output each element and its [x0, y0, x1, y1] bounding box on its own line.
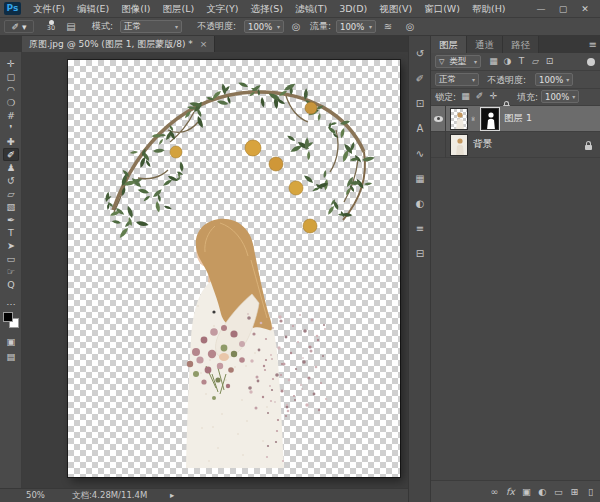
clone-stamp-tool[interactable]: ♟ [3, 161, 19, 174]
layer-blend-mode-select[interactable]: 正常 ▾ [435, 73, 479, 86]
menu-edit[interactable]: 编辑(E) [71, 0, 115, 18]
lock-image-icon[interactable]: ✐ [473, 90, 486, 103]
eyedropper-tool[interactable]: ❜ [3, 122, 19, 135]
menu-select[interactable]: 选择(S) [244, 0, 288, 18]
new-layer-icon[interactable]: ⊞ [567, 484, 582, 499]
brush-tool[interactable]: ✐ [3, 148, 19, 161]
path-selection-tool[interactable]: ➤ [3, 239, 19, 252]
hand-tool[interactable]: ☞ [3, 265, 19, 278]
lock-transparent-icon[interactable]: ▦ [459, 90, 472, 103]
info-panel-icon[interactable]: ⊟ [411, 246, 429, 262]
filter-pixel-layers-icon[interactable]: ▦ [487, 55, 500, 68]
menu-layer[interactable]: 图层(L) [157, 0, 201, 18]
lasso-tool[interactable]: ◠ [3, 83, 19, 96]
filter-kind-select[interactable]: ▽ 类型 ▾ [435, 55, 481, 68]
close-button[interactable]: ✕ [574, 0, 596, 18]
marquee-tool[interactable]: ▢ [3, 70, 19, 83]
crop-tool[interactable]: # [3, 109, 19, 122]
layer-filter-toggle[interactable] [587, 58, 595, 66]
type-tool[interactable]: T [3, 226, 19, 239]
maximize-button[interactable]: ▢ [552, 0, 574, 18]
layer-name[interactable]: 背景 [473, 138, 492, 151]
flow-select[interactable]: 100% ▾ [336, 20, 376, 33]
healing-brush-tool[interactable]: ✚ [3, 135, 19, 148]
move-tool[interactable]: ✛ [3, 57, 19, 70]
tab-paths[interactable]: 路径 [503, 36, 539, 53]
new-group-icon[interactable]: ▭ [551, 484, 566, 499]
canvas[interactable] [68, 60, 400, 477]
filter-adjustment-layers-icon[interactable]: ◑ [501, 55, 514, 68]
curves-panel-icon[interactable]: ∿ [411, 146, 429, 162]
airbrush-icon[interactable]: ≋ [381, 18, 395, 35]
mask-link-icon[interactable]: ∞ [469, 114, 477, 123]
screen-mode-icon[interactable]: ▤ [3, 350, 19, 363]
menu-file[interactable]: 文件(F) [27, 0, 71, 18]
new-adjustment-layer-icon[interactable]: ◐ [535, 484, 550, 499]
character-panel-icon[interactable]: A [411, 121, 429, 137]
visibility-toggle[interactable] [431, 132, 446, 158]
menu-help[interactable]: 帮助(H) [466, 0, 512, 18]
clone-source-panel-icon[interactable]: ⊡ [411, 96, 429, 112]
lace-dot [212, 426, 214, 428]
panel-menu-icon[interactable]: ≡ [589, 36, 597, 53]
delete-layer-icon[interactable]: ▯ [583, 484, 598, 499]
blend-mode-select[interactable]: 正常 ▾ [120, 20, 182, 33]
layer-name[interactable]: 图层 1 [504, 112, 532, 125]
background-thumbnail[interactable] [450, 134, 468, 156]
particle [285, 336, 288, 339]
menu-filter[interactable]: 滤镜(T) [289, 0, 333, 18]
pressure-size-icon[interactable]: ◎ [403, 18, 417, 35]
brush-size-picker[interactable]: 30 [42, 19, 60, 35]
quick-mask-icon[interactable]: ▣ [3, 335, 19, 348]
particle [323, 324, 325, 326]
particle [320, 382, 322, 384]
pen-tool[interactable]: ✒ [3, 213, 19, 226]
edit-toolbar-icon[interactable]: … [3, 295, 19, 308]
fill-panel-icon[interactable]: ◐ [411, 196, 429, 212]
quick-selection-tool[interactable]: ❍ [3, 96, 19, 109]
layer-opacity-select[interactable]: 100% ▾ [535, 73, 573, 86]
menu-window[interactable]: 窗口(W) [418, 0, 466, 18]
menu-view[interactable]: 视图(V) [373, 0, 418, 18]
tab-layers[interactable]: 图层 [431, 36, 467, 53]
particle [269, 385, 271, 387]
gradient-tool[interactable]: ▧ [3, 200, 19, 213]
layer-style-icon[interactable]: fx [503, 484, 518, 499]
leaf [287, 134, 295, 143]
layer-filter-row: ▽ 类型 ▾ ▦ ◑ T ▱ ⊡ [431, 53, 600, 71]
status-expand-icon[interactable]: ▸ [170, 489, 174, 502]
zoom-level[interactable]: 50% [26, 489, 45, 502]
layer-row-layer1[interactable]: ∞ 图层 1 [431, 106, 600, 132]
menu-image[interactable]: 图像(I) [115, 0, 156, 18]
filter-shape-layers-icon[interactable]: ▱ [529, 55, 542, 68]
adjustments-panel-icon[interactable]: ▦ [411, 171, 429, 187]
shape-tool[interactable]: ▭ [3, 252, 19, 265]
eraser-tool[interactable]: ▱ [3, 187, 19, 200]
foreground-color-swatch[interactable] [3, 312, 13, 322]
minimize-button[interactable]: — [530, 0, 552, 18]
link-layers-icon[interactable]: ∞ [487, 484, 502, 499]
menu-3d[interactable]: 3D(D) [333, 0, 373, 18]
filter-type-layers-icon[interactable]: T [515, 55, 528, 68]
document-tab[interactable]: 原图.jpg @ 50% (图层 1, 图层蒙版/8) * × [22, 36, 215, 52]
tab-channels[interactable]: 通道 [467, 36, 503, 53]
properties-panel-icon[interactable]: ≡ [411, 221, 429, 237]
layer-fill-select[interactable]: 100% ▾ [541, 90, 579, 103]
brush-settings-panel-icon[interactable]: ✐ [411, 71, 429, 87]
lock-position-icon[interactable]: ✛ [487, 90, 500, 103]
filter-smart-objects-icon[interactable]: ⊡ [543, 55, 556, 68]
close-tab-icon[interactable]: × [200, 39, 208, 49]
layer-row-background[interactable]: 背景 [431, 132, 600, 158]
zoom-tool[interactable]: Q [3, 278, 19, 291]
menu-type[interactable]: 文字(Y) [200, 0, 244, 18]
history-panel-icon[interactable]: ↺ [411, 46, 429, 62]
history-brush-tool[interactable]: ↺ [3, 174, 19, 187]
visibility-toggle[interactable] [431, 106, 446, 132]
layer1-mask-thumbnail[interactable] [481, 108, 499, 130]
toggle-brush-panel-icon[interactable]: ▤ [64, 18, 78, 35]
opacity-select[interactable]: 100% ▾ [244, 20, 284, 33]
add-layer-mask-icon[interactable]: ▣ [519, 484, 534, 499]
brush-preset-picker[interactable]: ✐ ▾ [4, 20, 34, 33]
layer1-thumbnail[interactable] [450, 108, 468, 130]
pressure-opacity-icon[interactable]: ◎ [289, 18, 303, 35]
